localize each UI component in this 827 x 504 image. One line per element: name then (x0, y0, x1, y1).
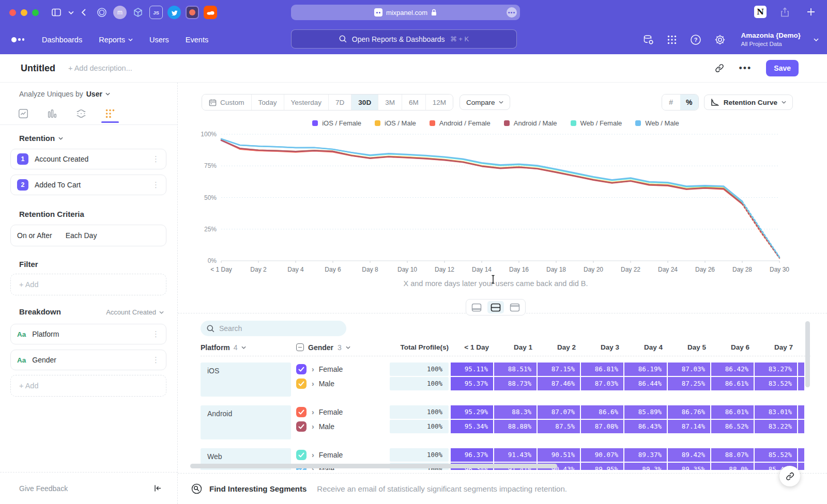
global-search[interactable]: Open Reports & Dashboards ⌘ + K (291, 29, 517, 49)
save-button[interactable]: Save (766, 60, 799, 76)
report-description-placeholder[interactable]: + Add description... (68, 64, 132, 72)
retention-value-cell[interactable]: 89.37% (624, 448, 667, 462)
nav-item-users[interactable]: Users (149, 36, 169, 44)
notion-extension-icon[interactable]: N (754, 6, 767, 18)
day-column-header[interactable]: Day 1 (494, 343, 537, 351)
retention-value-cell[interactable]: 89.95% (581, 463, 623, 470)
share-icon[interactable] (780, 7, 789, 17)
expand-chevron-icon[interactable]: › (312, 408, 314, 416)
help-icon[interactable]: ? (690, 34, 701, 45)
expand-chevron-icon[interactable]: › (312, 451, 314, 459)
data-management-icon[interactable] (642, 34, 654, 45)
chart-only-view-button[interactable] (468, 301, 485, 313)
retention-value-cell[interactable]: 88.3% (494, 405, 537, 419)
address-more-icon[interactable]: ••• (507, 7, 517, 18)
chart-type-selector[interactable]: Retention Curve (704, 94, 793, 110)
total-profiles-header[interactable]: Total Profile(s) (390, 343, 449, 351)
retention-value-cell[interactable]: 85.52% (755, 448, 797, 462)
nav-item-reports[interactable]: Reports (99, 36, 133, 44)
retention-step-2[interactable]: 2 Added To Cart ⋮ (10, 175, 166, 195)
retention-value-cell[interactable]: 86.19% (624, 363, 667, 376)
tab-retention[interactable] (101, 108, 119, 122)
day-column-header[interactable]: Day 4 (624, 343, 667, 351)
expand-chevron-icon[interactable]: › (312, 365, 314, 373)
cloud-extension-icon[interactable] (204, 6, 217, 19)
retention-value-cell[interactable]: 90.51% (538, 448, 580, 462)
retention-value-cell[interactable]: 87.14% (668, 420, 710, 433)
nav-item-events[interactable]: Events (186, 36, 208, 44)
retention-value-cell[interactable]: 86.6% (581, 405, 623, 419)
more-options-icon[interactable]: ••• (739, 66, 752, 71)
day-column-header[interactable]: Day 2 (538, 343, 580, 351)
retention-value-cell[interactable]: 88.88% (494, 420, 537, 433)
close-window-button[interactable] (9, 9, 16, 16)
table-search-input[interactable] (219, 324, 333, 333)
day-column-header[interactable]: Day 7 (755, 343, 797, 351)
analyze-entity-selector[interactable]: User (86, 90, 102, 98)
legend-item[interactable]: iOS / Female (312, 119, 361, 127)
platform-column-header[interactable]: Platform 4 (201, 343, 291, 352)
mixpanel-logo[interactable] (11, 37, 24, 42)
legend-item[interactable]: Web / Female (571, 119, 622, 127)
row-checkbox[interactable] (296, 379, 307, 389)
cube-extension-icon[interactable] (131, 6, 145, 19)
kebab-menu-icon[interactable]: ⋮ (152, 329, 160, 339)
legend-item[interactable]: iOS / Male (375, 119, 416, 127)
collapse-sidebar-icon[interactable] (154, 484, 162, 492)
gender-column-header[interactable]: Gender 3 (296, 343, 387, 352)
share-link-floating-button[interactable] (779, 466, 800, 486)
kebab-menu-icon[interactable]: ⋮ (152, 154, 160, 164)
retention-value-cell[interactable]: 88.07% (711, 448, 754, 462)
retention-value-cell[interactable]: 87.15% (538, 363, 580, 376)
compare-button[interactable]: Compare (460, 94, 511, 110)
tab-flows[interactable] (72, 108, 90, 122)
tab-funnels[interactable] (43, 108, 61, 122)
report-title[interactable]: Untitled (21, 63, 55, 74)
retention-value-cell[interactable]: 86.81% (581, 363, 623, 376)
retention-value-cell[interactable]: 86.43% (624, 420, 667, 433)
tab-insights[interactable] (14, 108, 32, 122)
retention-value-cell[interactable]: 87.03% (668, 363, 710, 376)
criteria-interval[interactable]: Each Day (66, 231, 97, 240)
retention-value-cell[interactable]: 90.07% (581, 448, 623, 462)
apps-grid-icon[interactable] (667, 35, 677, 45)
split-view-button[interactable] (487, 301, 504, 313)
retention-value-cell[interactable]: 86.76% (668, 405, 710, 419)
retention-value-cell[interactable]: 86.01% (711, 405, 754, 419)
row-checkbox[interactable] (296, 407, 307, 417)
new-tab-icon[interactable] (807, 8, 815, 16)
retention-value-cell[interactable]: 87.46% (538, 377, 580, 390)
give-feedback-link[interactable]: Give Feedback (19, 484, 68, 493)
address-bar[interactable]: mixpanel.com ••• (291, 5, 520, 20)
expand-chevron-icon[interactable]: › (312, 380, 314, 388)
zoom-window-button[interactable] (32, 9, 39, 16)
retention-value-cell[interactable]: 87.08% (581, 420, 623, 433)
breakdown-event-selector[interactable]: Account Created (106, 308, 164, 316)
retention-value-cell[interactable]: 95.34% (451, 420, 493, 433)
add-breakdown-button[interactable]: + Add (10, 375, 166, 397)
row-checkbox[interactable] (296, 450, 307, 460)
retention-value-cell[interactable]: 86.42% (711, 363, 754, 376)
day-column-header[interactable]: Day 6 (711, 343, 754, 351)
expand-chevron-icon[interactable]: › (312, 422, 314, 431)
settings-gear-icon[interactable] (714, 34, 726, 45)
retention-value-cell[interactable]: 88.51% (494, 363, 537, 376)
retention-value-cell[interactable]: 89.35% (668, 463, 710, 470)
kebab-menu-icon[interactable]: ⋮ (152, 355, 160, 365)
retention-value-cell[interactable]: 91.43% (494, 448, 537, 462)
kebab-menu-icon[interactable]: ⋮ (152, 180, 160, 190)
count-toggle-button[interactable]: # (662, 94, 680, 110)
legend-item[interactable]: Android / Male (504, 119, 557, 127)
add-filter-button[interactable]: + Add (10, 274, 166, 295)
breakdown-gender[interactable]: Aa Gender ⋮ (10, 350, 166, 370)
project-switcher[interactable]: Amazonia {Demo} All Project Data (741, 32, 801, 48)
horizontal-scrollbar[interactable] (190, 464, 557, 468)
retention-value-cell[interactable]: 87.5% (538, 420, 580, 433)
range-button-yesterday[interactable]: Yesterday (284, 94, 329, 110)
retention-value-cell[interactable]: 83.22% (755, 420, 797, 433)
vertical-scrollbar[interactable] (805, 321, 810, 387)
retention-step-1[interactable]: 1 Account Created ⋮ (10, 149, 166, 169)
table-only-view-button[interactable] (507, 301, 523, 313)
row-checkbox[interactable] (296, 421, 307, 432)
nav-item-dashboards[interactable]: Dashboards (42, 36, 82, 44)
